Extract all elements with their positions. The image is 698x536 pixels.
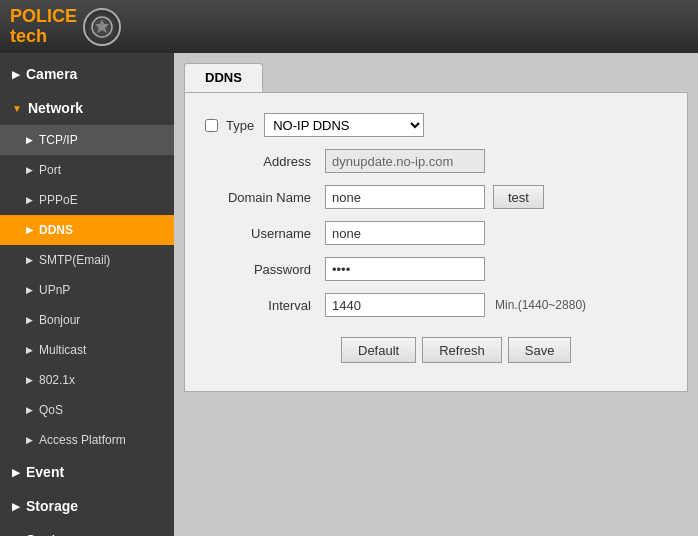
sidebar-item-system[interactable]: ▶ System bbox=[0, 523, 174, 536]
sidebar-item-storage[interactable]: ▶ Storage bbox=[0, 489, 174, 523]
sidebar-item-upnp[interactable]: ▶ UPnP bbox=[0, 275, 174, 305]
address-input[interactable] bbox=[325, 149, 485, 173]
password-row: Password bbox=[205, 257, 667, 281]
refresh-button[interactable]: Refresh bbox=[422, 337, 502, 363]
tab-ddns[interactable]: DDNS bbox=[184, 63, 263, 92]
ddns-arrow-icon: ▶ bbox=[26, 225, 33, 235]
pppoe-arrow-icon: ▶ bbox=[26, 195, 33, 205]
svg-marker-1 bbox=[95, 19, 109, 33]
address-row: Address bbox=[205, 149, 667, 173]
password-input[interactable] bbox=[325, 257, 485, 281]
tab-bar: DDNS bbox=[184, 63, 688, 92]
sidebar-label-tcpip: TCP/IP bbox=[39, 133, 78, 147]
sidebar-label-multicast: Multicast bbox=[39, 343, 86, 357]
type-checkbox[interactable] bbox=[205, 119, 218, 132]
domain-label: Domain Name bbox=[205, 190, 325, 205]
type-row: Type NO-IP DDNS DynDNS CN99 bbox=[205, 113, 667, 137]
sidebar-label-access-platform: Access Platform bbox=[39, 433, 126, 447]
sidebar-item-pppoe[interactable]: ▶ PPPoE bbox=[0, 185, 174, 215]
password-label: Password bbox=[205, 262, 325, 277]
multicast-arrow-icon: ▶ bbox=[26, 345, 33, 355]
network-arrow-icon: ▼ bbox=[12, 103, 22, 114]
username-label: Username bbox=[205, 226, 325, 241]
tcpip-arrow-icon: ▶ bbox=[26, 135, 33, 145]
sidebar-label-bonjour: Bonjour bbox=[39, 313, 80, 327]
sidebar-item-qos[interactable]: ▶ QoS bbox=[0, 395, 174, 425]
sidebar-label-event: Event bbox=[26, 464, 64, 480]
sidebar: ▶ Camera ▼ Network ▶ TCP/IP ▶ Port ▶ PPP… bbox=[0, 53, 174, 536]
sidebar-item-camera[interactable]: ▶ Camera bbox=[0, 57, 174, 91]
sidebar-item-network[interactable]: ▼ Network bbox=[0, 91, 174, 125]
8021x-arrow-icon: ▶ bbox=[26, 375, 33, 385]
main-layout: ▶ Camera ▼ Network ▶ TCP/IP ▶ Port ▶ PPP… bbox=[0, 53, 698, 536]
domain-row: Domain Name test bbox=[205, 185, 667, 209]
domain-input[interactable] bbox=[325, 185, 485, 209]
sidebar-item-port[interactable]: ▶ Port bbox=[0, 155, 174, 185]
action-row: Default Refresh Save bbox=[205, 337, 667, 363]
type-select[interactable]: NO-IP DDNS DynDNS CN99 bbox=[264, 113, 424, 137]
storage-arrow-icon: ▶ bbox=[12, 501, 20, 512]
sidebar-label-system: System bbox=[26, 532, 76, 536]
qos-arrow-icon: ▶ bbox=[26, 405, 33, 415]
sidebar-label-qos: QoS bbox=[39, 403, 63, 417]
sidebar-label-ddns: DDNS bbox=[39, 223, 73, 237]
brand-logo-icon bbox=[83, 8, 121, 46]
test-button[interactable]: test bbox=[493, 185, 544, 209]
sidebar-item-multicast[interactable]: ▶ Multicast bbox=[0, 335, 174, 365]
main-panel: DDNS Type NO-IP DDNS DynDNS CN99 Address bbox=[174, 53, 698, 536]
default-button[interactable]: Default bbox=[341, 337, 416, 363]
sidebar-label-smtp: SMTP(Email) bbox=[39, 253, 110, 267]
interval-label: Interval bbox=[205, 298, 325, 313]
username-input[interactable] bbox=[325, 221, 485, 245]
address-label: Address bbox=[205, 154, 325, 169]
interval-hint: Min.(1440~2880) bbox=[495, 298, 586, 312]
username-row: Username bbox=[205, 221, 667, 245]
sidebar-item-event[interactable]: ▶ Event bbox=[0, 455, 174, 489]
sidebar-item-ddns[interactable]: ▶ DDNS bbox=[0, 215, 174, 245]
sidebar-label-network: Network bbox=[28, 100, 83, 116]
sidebar-label-storage: Storage bbox=[26, 498, 78, 514]
interval-row: Interval Min.(1440~2880) bbox=[205, 293, 667, 317]
sidebar-label-upnp: UPnP bbox=[39, 283, 70, 297]
camera-arrow-icon: ▶ bbox=[12, 69, 20, 80]
upnp-arrow-icon: ▶ bbox=[26, 285, 33, 295]
bonjour-arrow-icon: ▶ bbox=[26, 315, 33, 325]
brand-police: POLICE bbox=[10, 6, 77, 26]
sidebar-label-8021x: 802.1x bbox=[39, 373, 75, 387]
sidebar-item-bonjour[interactable]: ▶ Bonjour bbox=[0, 305, 174, 335]
smtp-arrow-icon: ▶ bbox=[26, 255, 33, 265]
brand-tech: tech bbox=[10, 26, 47, 46]
type-label: Type bbox=[226, 118, 254, 133]
content-panel: Type NO-IP DDNS DynDNS CN99 Address Doma… bbox=[184, 92, 688, 392]
header: POLICE tech bbox=[0, 0, 698, 53]
sidebar-item-tcpip[interactable]: ▶ TCP/IP bbox=[0, 125, 174, 155]
brand-text: POLICE tech bbox=[10, 7, 77, 47]
sidebar-item-8021x[interactable]: ▶ 802.1x bbox=[0, 365, 174, 395]
save-button[interactable]: Save bbox=[508, 337, 572, 363]
access-platform-arrow-icon: ▶ bbox=[26, 435, 33, 445]
sidebar-item-access-platform[interactable]: ▶ Access Platform bbox=[0, 425, 174, 455]
sidebar-label-pppoe: PPPoE bbox=[39, 193, 78, 207]
sidebar-label-port: Port bbox=[39, 163, 61, 177]
interval-input[interactable] bbox=[325, 293, 485, 317]
port-arrow-icon: ▶ bbox=[26, 165, 33, 175]
sidebar-item-smtp[interactable]: ▶ SMTP(Email) bbox=[0, 245, 174, 275]
sidebar-label-camera: Camera bbox=[26, 66, 77, 82]
event-arrow-icon: ▶ bbox=[12, 467, 20, 478]
